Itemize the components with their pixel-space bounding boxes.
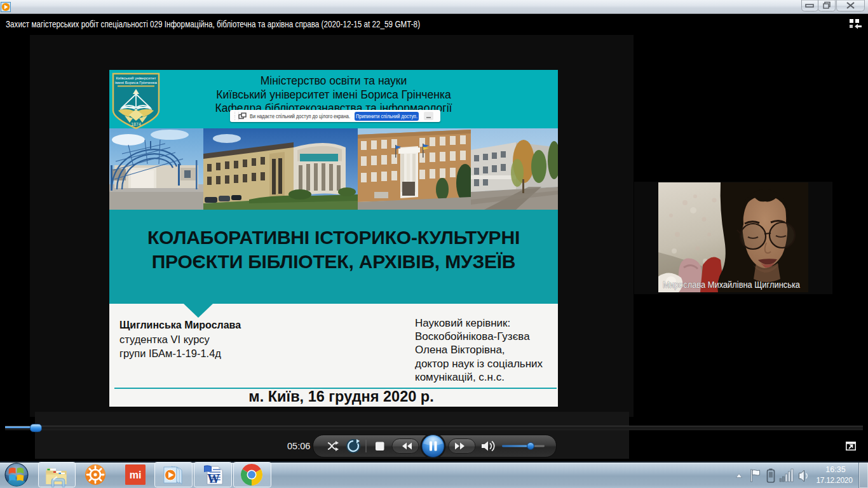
svg-text:W: W <box>207 471 220 485</box>
svg-text:Мирослава Михайлівна Щиглинськ: Мирослава Михайлівна Щиглинська <box>663 280 800 290</box>
svg-text:імені Бориса Грінченка: імені Бориса Грінченка <box>115 80 157 85</box>
svg-text:Київський університет: Київський університет <box>116 76 156 80</box>
svg-text:mi: mi <box>130 470 142 480</box>
svg-text:1874: 1874 <box>131 122 141 126</box>
